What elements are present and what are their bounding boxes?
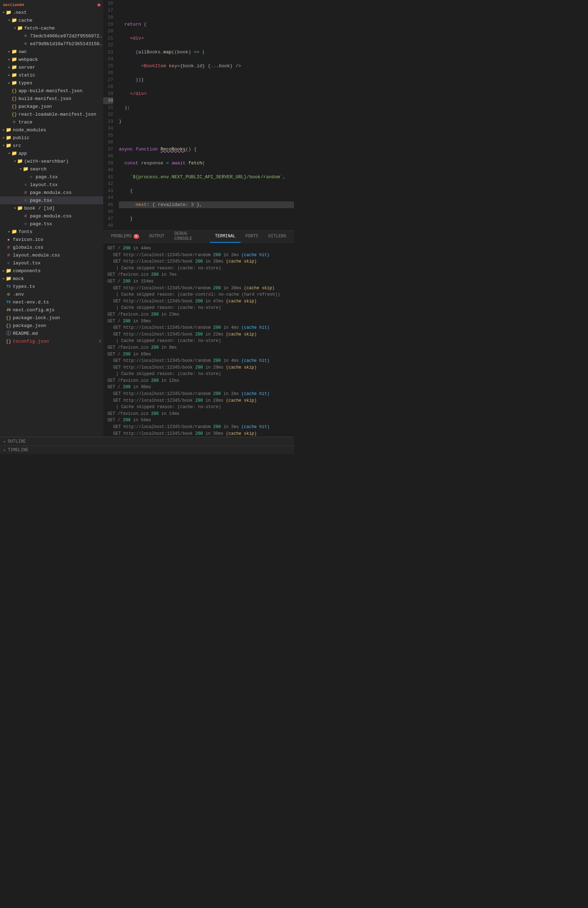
terminal-line: GET http://localhost:12345/book 200 in 2… (108, 364, 290, 371)
json-icon: {} (11, 112, 17, 117)
sidebar-item-types-ts[interactable]: ▸ TS types.ts (0, 282, 103, 290)
sidebar-item-globals-css[interactable]: ▸ # globals.css (0, 243, 103, 251)
sidebar-item-webpack[interactable]: ▸ 📁 webpack (0, 55, 103, 63)
code-editor: 16 17 18 19 20 21 22 23 24 25 26 27 28 2… (103, 0, 294, 230)
arrow-icon: ▸ (2, 269, 6, 273)
sidebar-item-build-manifest[interactable]: ▸ {} build-manifest.json (0, 95, 103, 103)
arrow-icon: ▸ (7, 73, 11, 77)
spacer: ▸ (19, 214, 23, 218)
problems-badge: 5 (134, 234, 139, 239)
sidebar-item-server[interactable]: ▸ 📁 server (0, 63, 103, 71)
terminal-line: GET http://localhost:12345/book 200 in 2… (108, 258, 290, 265)
folder-icon: 📁 (17, 158, 23, 164)
terminal-line: GET / 200 in 98ms (108, 384, 290, 391)
sidebar-item-react-loadable[interactable]: ▸ {} react-loadable-manifest.json (0, 110, 103, 118)
sidebar-item-next-config[interactable]: ▸ JS next.config.mjs (0, 306, 103, 314)
sidebar-item-components[interactable]: ▸ 📁 components (0, 267, 103, 275)
sidebar-item-package-lock[interactable]: ▸ {} package-lock.json (0, 314, 103, 322)
folder-icon: 📁 (6, 135, 11, 140)
folder-icon: 📁 (6, 276, 11, 282)
sidebar-item-fetch-cache[interactable]: ▾ 📁 fetch-cache (0, 24, 103, 32)
folder-icon: 📁 (11, 150, 17, 156)
sidebar-item-package-next[interactable]: ▸ {} package.json (0, 103, 103, 110)
sidebar-item-readme[interactable]: ▸ ⓘ README.md (0, 330, 103, 337)
sidebar-item-trace[interactable]: ▸ ≡ trace (0, 118, 103, 126)
sidebar-item-favicon[interactable]: ▸ ★ favicon.ico (0, 235, 103, 243)
arrow-icon: ▾ (7, 18, 11, 23)
terminal-line: GET /favicon.ico 200 in 9ms (108, 345, 290, 351)
arrow-icon: ▾ (13, 159, 17, 163)
css-icon: # (23, 190, 29, 195)
terminal-line: GET /favicon.ico 200 in 14ms (108, 411, 290, 417)
sidebar-item-app-build-manifest[interactable]: ▸ {} app-build-manifest.json (0, 87, 103, 95)
sidebar-item-book-id[interactable]: ▾ 📁 book / [id] (0, 204, 103, 212)
terminal-line: | Cache skipped reason: (cache: no-store… (108, 304, 290, 311)
outline-bar[interactable]: ▸ OUTLINE (0, 437, 294, 446)
sidebar-item-next-env[interactable]: ▸ TS next-env.d.ts (0, 298, 103, 306)
arrow-icon: ▸ (7, 230, 11, 234)
spacer: ▸ (7, 89, 11, 93)
tsx-icon: ⚛ (23, 221, 29, 227)
arrow-icon: ▾ (13, 26, 17, 30)
sidebar-item-package-json-root[interactable]: ▸ {} package.json (0, 322, 103, 330)
sidebar-item-with-searchbar[interactable]: ▾ 📁 (with-searchbar) (0, 157, 103, 165)
terminal-line: GET / 200 in 44ms (108, 245, 290, 252)
terminal-line: | Cache skipped reason: (cache: no-store… (108, 404, 290, 411)
sidebar-item-hash2[interactable]: ▸ ≡ ed79d9b1d10a7fb236514315008... (0, 40, 103, 48)
folder-icon: 📁 (11, 18, 17, 23)
sidebar-item-page-module-css[interactable]: ▸ # page.module.css (0, 188, 103, 196)
terminal-line: GET / 200 in 154ms (108, 278, 290, 285)
sidebar-item-book-css[interactable]: ▸ # page.module.css (0, 212, 103, 220)
sidebar-item-mock[interactable]: ▸ 📁 mock (0, 275, 103, 282)
sidebar-item-layout-tsx-root[interactable]: ▸ ⚛ layout.tsx (0, 259, 103, 267)
sidebar-item-static[interactable]: ▸ 📁 static (0, 71, 103, 79)
folder-icon: 📁 (6, 268, 11, 274)
terminal-line: GET http://localhost:12345/book/random 2… (108, 285, 290, 292)
folder-icon: 📁 (23, 166, 29, 172)
terminal-tabs: PROBLEMS 5 OUTPUT DEBUG CONSOLE TERMINAL… (103, 230, 294, 243)
sidebar-item-env[interactable]: ▸ ⚙ .env (0, 290, 103, 298)
tab-ports[interactable]: PORTS (241, 230, 263, 243)
sidebar-item-search-page[interactable]: ▸ ⚛ page.tsx (0, 173, 103, 181)
timeline-arrow-icon: ▸ (3, 448, 6, 452)
terminal-line: | Cache skipped reason: (cache: no-store… (108, 338, 290, 345)
terminal-line: GET /favicon.ico 200 in 7ms (108, 272, 290, 278)
sidebar-item-layout[interactable]: ▸ ⚛ layout.tsx (0, 181, 103, 188)
tab-output[interactable]: OUTPUT (144, 230, 169, 243)
sidebar-item-next[interactable]: ▾ 📁 .next (0, 8, 103, 16)
spacer: ▸ (19, 42, 23, 46)
folder-icon: 📁 (11, 56, 17, 62)
sidebar-item-page-tsx[interactable]: ▸ ⚛ page.tsx (0, 196, 103, 204)
env-icon: ⚙ (6, 291, 11, 297)
sidebar-item-fonts[interactable]: ▸ 📁 fonts (0, 228, 103, 235)
arrow-icon: ▾ (19, 167, 23, 171)
sidebar-item-app[interactable]: ▾ 📁 app (0, 150, 103, 157)
sidebar-item-swc[interactable]: ▸ 📁 swc (0, 48, 103, 55)
spacer: ▸ (19, 34, 23, 38)
error-dot (98, 3, 100, 6)
folder-icon: 📁 (11, 64, 17, 70)
tab-terminal[interactable]: TERMINAL (210, 230, 241, 243)
sidebar-item-search[interactable]: ▾ 📁 search (0, 165, 103, 173)
sidebar-item-layout-module-css[interactable]: ▸ # layout.module.css (0, 251, 103, 259)
sidebar-item-src[interactable]: ▾ 📁 src (0, 142, 103, 150)
js-icon: JS (6, 308, 11, 312)
arrow-icon: ▸ (7, 81, 11, 85)
section-label: section04 (0, 2, 103, 8)
sidebar-item-types[interactable]: ▸ 📁 types (0, 79, 103, 87)
sidebar-item-book-page[interactable]: ▸ ⚛ page.tsx (0, 220, 103, 228)
tab-debug-console[interactable]: DEBUG CONSOLE (169, 230, 210, 243)
line-numbers: 16 17 18 19 20 21 22 23 24 25 26 27 28 2… (103, 0, 118, 230)
sidebar-item-tsconfig[interactable]: ▸ {} tsconfig.json 1 (0, 337, 103, 345)
arrow-icon: ▸ (7, 57, 11, 61)
sidebar-item-hash1[interactable]: ▸ ≡ 73edc54066ce972d2f95560725... (0, 32, 103, 40)
ts-icon: TS (6, 285, 11, 288)
terminal-line: GET / 200 in 69ms (108, 351, 290, 358)
spacer: ▸ (2, 261, 6, 265)
sidebar-item-node-modules[interactable]: ▸ 📁 node_modules (0, 126, 103, 134)
sidebar-item-cache[interactable]: ▾ 📁 cache (0, 16, 103, 24)
tab-problems[interactable]: PROBLEMS 5 (106, 230, 144, 243)
timeline-bar[interactable]: ▸ TIMELINE (0, 446, 294, 454)
tab-gitlens[interactable]: GITLENS (263, 230, 291, 243)
sidebar-item-public[interactable]: ▸ 📁 public (0, 134, 103, 142)
